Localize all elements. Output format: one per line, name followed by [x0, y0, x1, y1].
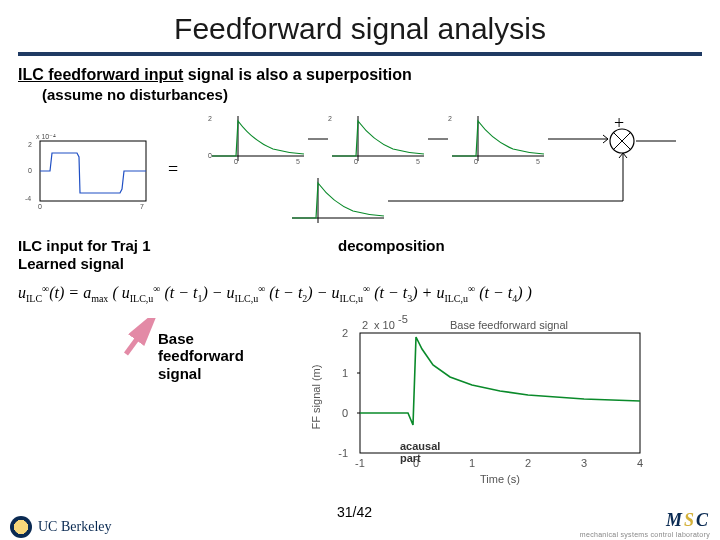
ff-chart-title: Base feedforward signal — [450, 319, 568, 331]
ucb-logo: UC Berkeley — [10, 516, 111, 538]
label-ilc-input: ILC input for Traj 1Learned signal — [18, 237, 288, 273]
svg-text:0: 0 — [28, 167, 32, 174]
svg-text:7: 7 — [140, 203, 144, 210]
svg-text:-5: -5 — [398, 315, 408, 325]
ucb-seal-icon — [10, 516, 32, 538]
decomposition-diagram: x 10⁻⁴ 2 0 -4 0 7 = 2 0 0 5 2 0 5 2 0 5 — [18, 111, 702, 241]
subtitle: ILC feedforward input signal is also a s… — [0, 66, 720, 86]
svg-text:3: 3 — [581, 457, 587, 469]
svg-line-32 — [126, 324, 148, 354]
title-underline — [18, 52, 702, 56]
subtitle-note: (assume no disturbances) — [0, 86, 720, 111]
svg-text:2: 2 — [28, 141, 32, 148]
msc-subtext: mechanical systems control laboratory — [580, 531, 710, 538]
subtitle-rest: signal is also a superposition — [183, 66, 412, 83]
ff-chart-ylabel: FF signal (m) — [310, 365, 322, 430]
subtitle-underlined: ILC feedforward input — [18, 66, 183, 83]
diagram-labels: ILC input for Traj 1Learned signal decom… — [0, 237, 720, 273]
svg-text:1: 1 — [342, 367, 348, 379]
svg-rect-35 — [360, 333, 640, 453]
label-decomposition: decomposition — [338, 237, 445, 273]
arrow-up-icon — [120, 318, 156, 358]
svg-text:-4: -4 — [25, 195, 31, 202]
svg-text:1: 1 — [469, 457, 475, 469]
sum-output-line — [636, 139, 676, 143]
svg-text:-1: -1 — [338, 447, 348, 459]
slide-footer: UC Berkeley MSC mechanical systems contr… — [0, 514, 720, 540]
svg-text:-1: -1 — [355, 457, 365, 469]
equals-symbol: = — [168, 159, 178, 180]
formula-equation: uILC∞(t) = amax ( uILC,u∞ (t − t1) − uIL… — [18, 283, 702, 313]
svg-text:2: 2 — [525, 457, 531, 469]
svg-text:0: 0 — [38, 203, 42, 210]
ff-signal-chart: 2 x 10 -5 Base feedforward signal 2 1 0 … — [300, 315, 660, 485]
slide-title: Feedforward signal analysis — [0, 0, 720, 52]
y-exp-label: x 10 — [374, 319, 395, 331]
svg-text:2: 2 — [362, 319, 368, 331]
msc-logo-text: MSC — [666, 510, 710, 531]
svg-text:0: 0 — [342, 407, 348, 419]
msc-logo: MSC mechanical systems control laborator… — [580, 510, 710, 538]
mini-plot-left: x 10⁻⁴ 2 0 -4 0 7 — [22, 131, 152, 211]
svg-text:2: 2 — [342, 327, 348, 339]
sum-node-icon — [608, 127, 636, 155]
svg-text:x 10⁻⁴: x 10⁻⁴ — [36, 133, 56, 140]
ucb-text: UC Berkeley — [38, 519, 111, 535]
ff-chart-xlabel: Time (s) — [480, 473, 520, 485]
svg-text:4: 4 — [637, 457, 643, 469]
label-base-feedforward: Base feedforward signal — [158, 330, 244, 382]
label-acausal-part: acausalpart — [400, 440, 440, 464]
